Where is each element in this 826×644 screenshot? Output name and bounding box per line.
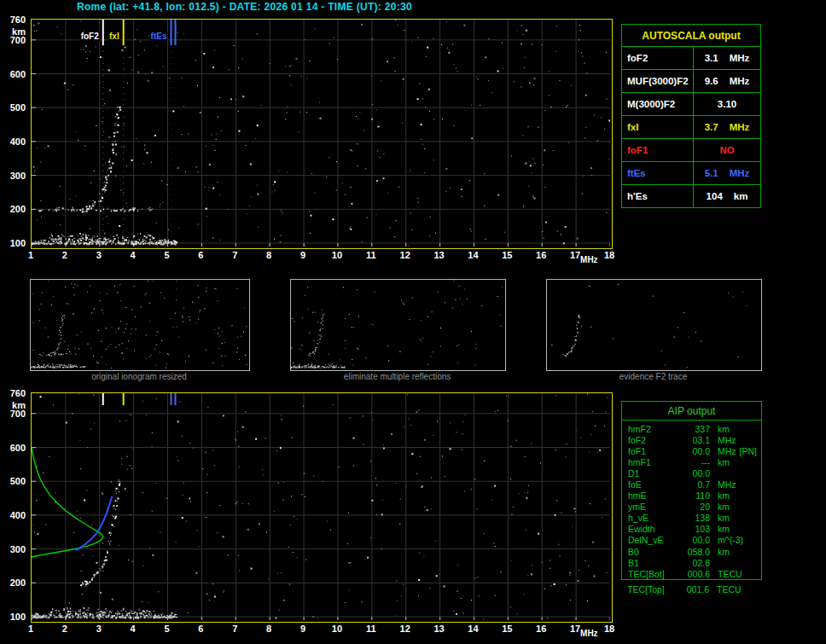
aip-value: 001.6 <box>680 584 709 595</box>
main-x-tick-1: 1 <box>20 250 41 260</box>
aip-unit: m^(-3) <box>718 535 743 545</box>
aip-note: [PN] <box>740 446 757 456</box>
main-x-tick-13: 13 <box>429 250 450 260</box>
autoscala-row-h'Es: h'Es104km <box>622 184 760 207</box>
autoscala-row-ftEs: ftEs5.1MHz <box>622 161 760 184</box>
aip-value: 000.6 <box>681 569 710 579</box>
autoscala-screen: Rome (lat: +41.8, lon: 012.5) - DATE: 20… <box>0 0 826 644</box>
main-y-tick-600: 600 <box>0 69 26 79</box>
main-x-tick-6: 6 <box>190 250 211 260</box>
aip-param-label: foE <box>628 479 681 490</box>
aip-unit: MHz <box>718 479 736 490</box>
restored-y-tick-200: 200 <box>0 577 26 588</box>
restored-y-tick-100: 100 <box>0 612 26 622</box>
aip-unit: MHz <box>718 435 736 445</box>
thumb-original-canvas <box>31 280 247 368</box>
restored-x-tick-6: 6 <box>190 624 211 634</box>
autoscala-value-number: 9.6 <box>705 76 718 86</box>
autoscala-param-label: h'Es <box>622 185 694 207</box>
autoscala-value: 3.7MHz <box>694 116 760 138</box>
aip-unit: TECU <box>717 584 742 595</box>
page-title: Rome (lat: +41.8, lon: 012.5) - DATE: 20… <box>77 1 412 13</box>
aip-value: 103 <box>681 524 710 534</box>
aip-row-B1: B102.8 <box>622 557 761 568</box>
main-x-tick-11: 11 <box>361 250 381 260</box>
aip-param-label: hmF2 <box>628 424 681 434</box>
main-x-tick-4: 4 <box>123 250 143 260</box>
aip-row-Ewidth: Ewidth103km <box>622 524 761 535</box>
thumb-caption-f2-trace: evidence F2 trace <box>546 372 760 381</box>
main-x-tick-16: 16 <box>531 250 551 260</box>
restored-x-tick-10: 10 <box>327 624 347 634</box>
restored-x-tick-11: 11 <box>361 624 381 634</box>
autoscala-output-panel: AUTOSCALA output foF23.1MHzMUF(3000)F29.… <box>621 24 761 208</box>
aip-param-label: hmF1 <box>628 457 681 467</box>
restored-x-tick-8: 8 <box>259 624 279 634</box>
aip-unit: TECU <box>718 569 742 579</box>
aip-row-TEC[Bot]: TEC[Bot]000.6TECU <box>622 568 761 579</box>
main-x-tick-15: 15 <box>497 250 517 260</box>
autoscala-value: 104km <box>694 185 760 207</box>
main-y-tick-760: 760 <box>0 15 26 25</box>
aip-panel-title: AIP output <box>622 402 761 420</box>
aip-row-D1: D100.0 <box>622 467 761 479</box>
marker-label-foF2: foF2 <box>80 32 100 41</box>
main-ionogram <box>31 19 613 249</box>
aip-param-label: D1 <box>628 468 681 479</box>
aip-value: 03.1 <box>681 435 710 445</box>
aip-value: 00.0 <box>681 446 710 456</box>
restored-x-tick-15: 15 <box>497 624 517 634</box>
thumb-f2-trace <box>546 279 762 371</box>
restored-x-tick-12: 12 <box>395 624 416 634</box>
restored-x-tick-14: 14 <box>462 624 483 634</box>
aip-param-label: foF2 <box>628 435 681 445</box>
autoscala-panel-title: AUTOSCALA output <box>622 25 760 46</box>
aip-row-hmF2: hmF2337km <box>622 423 761 434</box>
restored-ionogram-canvas <box>32 393 610 620</box>
restored-y-tick-500: 500 <box>0 476 26 486</box>
aip-param-label: ymE <box>628 502 681 512</box>
autoscala-value-unit: MHz <box>730 76 750 86</box>
marker-label-fxI: fxI <box>108 32 120 41</box>
main-x-tick-14: 14 <box>462 250 483 260</box>
autoscala-row-fxI: fxI3.7MHz <box>622 115 760 138</box>
aip-unit: km <box>718 513 730 523</box>
autoscala-value-number: 3.7 <box>705 122 718 132</box>
autoscala-param-label: MUF(3000)F2 <box>622 70 694 92</box>
autoscala-row-MUF(3000)F2: MUF(3000)F29.6MHz <box>622 69 760 92</box>
autoscala-value-number: 104 <box>707 191 723 201</box>
main-x-tick-3: 3 <box>89 250 109 260</box>
autoscala-value-unit: MHz <box>730 122 750 132</box>
aip-param-label: DelN_vE <box>628 535 681 545</box>
main-x-tick-12: 12 <box>395 250 416 260</box>
aip-param-label: B1 <box>628 558 681 568</box>
aip-value: --- <box>681 457 710 467</box>
restored-x-tick-3: 3 <box>89 624 109 634</box>
aip-row-TEC[Top]: TEC[Top]001.6TECU <box>621 583 762 595</box>
aip-unit: km <box>718 490 730 501</box>
thumb-caption-original: original ionogram resized <box>30 372 248 381</box>
restored-x-tick-1: 1 <box>20 624 41 634</box>
main-x-axis-unit: MHz <box>580 255 598 264</box>
thumb-f2-trace-canvas <box>547 280 759 368</box>
main-y-axis-unit: km <box>0 26 26 37</box>
restored-y-tick-600: 600 <box>0 443 26 453</box>
aip-param-label: TEC[Top] <box>627 584 680 595</box>
main-x-tick-5: 5 <box>157 250 177 260</box>
autoscala-value-number: 3.10 <box>718 99 736 109</box>
main-x-tick-18: 18 <box>599 250 620 260</box>
aip-value: 02.8 <box>681 558 710 568</box>
autoscala-value: 3.10 <box>694 93 760 115</box>
main-x-tick-10: 10 <box>327 250 347 260</box>
autoscala-value-unit: MHz <box>730 168 750 178</box>
autoscala-value: NO <box>694 139 760 161</box>
aip-value: 110 <box>681 490 710 501</box>
aip-unit: km <box>718 524 730 534</box>
aip-value: 20 <box>681 502 710 512</box>
aip-param-label: h_vE <box>628 513 681 523</box>
aip-param-label: foF1 <box>628 446 681 456</box>
aip-value: 00.0 <box>681 535 710 545</box>
aip-unit: km <box>718 502 730 512</box>
autoscala-value-number: 3.1 <box>705 53 718 63</box>
aip-param-label: hmE <box>628 490 681 501</box>
